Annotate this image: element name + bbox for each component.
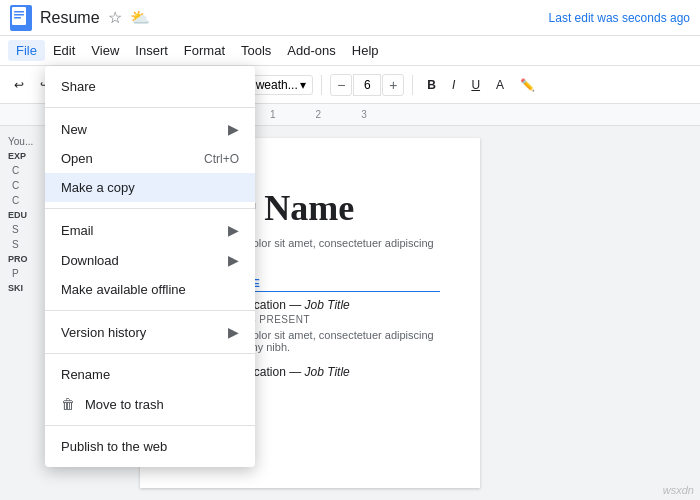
file-menu-rename[interactable]: Rename — [45, 360, 255, 389]
download-arrow-icon: ▶ — [228, 252, 239, 268]
offline-label: Make available offline — [61, 282, 239, 297]
trash-icon: 🗑 — [61, 396, 81, 412]
file-menu-open[interactable]: Open Ctrl+O — [45, 144, 255, 173]
trash-label: Move to trash — [85, 397, 239, 412]
email-label: Email — [61, 223, 228, 238]
file-menu-trash[interactable]: 🗑 Move to trash — [45, 389, 255, 419]
file-menu-download[interactable]: Download ▶ — [45, 245, 255, 275]
title-icons: ☆ ⛅ — [108, 8, 150, 27]
svg-rect-2 — [14, 11, 24, 13]
new-label: New — [61, 122, 228, 137]
last-edit-label[interactable]: Last edit was seconds ago — [549, 11, 690, 25]
share-label: Share — [61, 79, 96, 94]
star-icon[interactable]: ☆ — [108, 8, 122, 27]
make-copy-label: Make a copy — [61, 180, 239, 195]
file-menu-publish[interactable]: Publish to the web — [45, 432, 255, 461]
download-label: Download — [61, 253, 228, 268]
doc-icon — [10, 5, 32, 31]
rename-label: Rename — [61, 367, 239, 382]
new-arrow-icon: ▶ — [228, 121, 239, 137]
dropdown-overlay: Share New ▶ Open Ctrl+O Make a copy Emai… — [0, 36, 700, 500]
separator-c — [45, 310, 255, 311]
svg-rect-3 — [14, 14, 24, 16]
file-menu-email[interactable]: Email ▶ — [45, 215, 255, 245]
open-shortcut: Ctrl+O — [204, 152, 239, 166]
email-arrow-icon: ▶ — [228, 222, 239, 238]
version-history-label: Version history — [61, 325, 228, 340]
open-label: Open — [61, 151, 204, 166]
doc-title[interactable]: Resume — [40, 9, 100, 27]
title-bar: Resume ☆ ⛅ Last edit was seconds ago — [0, 0, 700, 36]
file-menu-version-history[interactable]: Version history ▶ — [45, 317, 255, 347]
version-arrow-icon: ▶ — [228, 324, 239, 340]
svg-rect-4 — [14, 17, 21, 19]
file-menu-share[interactable]: Share — [45, 72, 255, 101]
file-dropdown-menu: Share New ▶ Open Ctrl+O Make a copy Emai… — [45, 66, 255, 467]
publish-label: Publish to the web — [61, 439, 239, 454]
separator-a — [45, 107, 255, 108]
separator-e — [45, 425, 255, 426]
separator-d — [45, 353, 255, 354]
svg-rect-1 — [12, 7, 26, 25]
file-menu-make-copy[interactable]: Make a copy — [45, 173, 255, 202]
file-menu-offline[interactable]: Make available offline — [45, 275, 255, 304]
file-menu-new[interactable]: New ▶ — [45, 114, 255, 144]
cloud-icon: ⛅ — [130, 8, 150, 27]
separator-b — [45, 208, 255, 209]
